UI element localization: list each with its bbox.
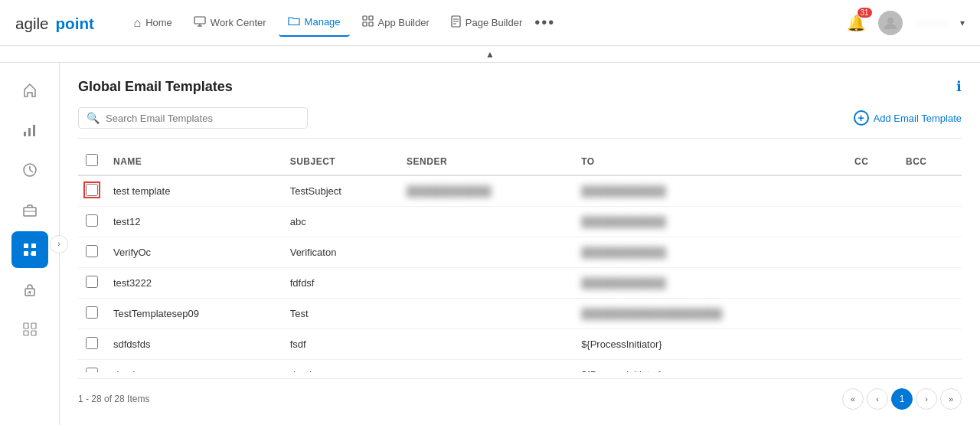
toolbar: 🔍 + Add Email Template	[78, 107, 962, 139]
cell-name: sdfdsfds	[106, 329, 283, 360]
cell-to: ${ProcessInitiator}	[573, 329, 847, 360]
nav-home-label: Home	[145, 17, 172, 28]
cell-to: ████████████	[573, 175, 847, 207]
cell-bcc	[898, 268, 962, 299]
cell-subject: dasdas	[283, 360, 399, 373]
cell-bcc	[898, 237, 962, 268]
sidebar-item-home[interactable]	[11, 72, 48, 109]
svg-point-13	[887, 18, 893, 24]
sidebar-item-briefcase[interactable]	[11, 191, 48, 228]
table-header-row: NAME SUBJECT SENDER TO CC BCC	[78, 148, 962, 175]
monitor-icon	[194, 16, 206, 30]
cell-bcc	[898, 175, 962, 207]
nav-app-builder[interactable]: App Builder	[353, 9, 439, 36]
table-row: test templateTestSubject████████████████…	[78, 175, 962, 207]
row-checkbox[interactable]	[86, 245, 98, 257]
select-all-header	[78, 148, 106, 175]
user-name[interactable]: ············	[915, 17, 948, 28]
content-area: Global Email Templates ℹ 🔍 + Add Email T…	[60, 63, 980, 425]
pagination-bar: 1 - 28 of 28 Items « ‹ 1 › »	[78, 378, 962, 410]
next-page-button[interactable]: ›	[916, 388, 937, 410]
row-checkbox[interactable]	[86, 368, 98, 372]
svg-rect-22	[24, 244, 28, 248]
svg-rect-32	[24, 331, 28, 335]
add-icon: +	[854, 110, 869, 126]
cell-to: ${ProcessInitiator}	[573, 360, 847, 373]
svg-rect-14	[24, 132, 26, 136]
cell-cc	[847, 237, 898, 268]
row-checkbox[interactable]	[86, 306, 98, 319]
notifications-bell[interactable]: 🔔 31	[847, 14, 866, 32]
row-checkbox[interactable]	[86, 184, 98, 196]
cell-cc	[847, 268, 898, 299]
first-page-button[interactable]: «	[842, 388, 864, 410]
cell-sender	[399, 237, 573, 268]
nav-work-center-label: Work Center	[211, 17, 266, 28]
page-title: Global Email Templates	[78, 79, 233, 95]
row-checkbox[interactable]	[86, 214, 98, 227]
col-bcc: BCC	[898, 148, 962, 175]
svg-rect-5	[363, 16, 367, 20]
cell-cc	[847, 299, 898, 329]
sidebar-item-clock[interactable]	[11, 152, 48, 188]
sidebar-item-grid[interactable]	[11, 311, 48, 348]
svg-rect-31	[31, 323, 36, 329]
more-options[interactable]: •••	[534, 14, 555, 31]
next-page-icon: ›	[925, 394, 928, 404]
notification-badge: 31	[858, 8, 872, 18]
select-all-checkbox[interactable]	[86, 154, 98, 166]
cell-to: ████████████	[573, 207, 847, 237]
cell-name: VerifyOc	[106, 237, 283, 268]
row-checkbox[interactable]	[86, 337, 98, 349]
cell-sender	[399, 268, 573, 299]
nav-manage-label: Manage	[305, 16, 341, 28]
info-icon[interactable]: ℹ	[956, 78, 962, 95]
chevron-down-icon[interactable]: ▾	[960, 18, 965, 28]
svg-rect-16	[33, 125, 35, 136]
svg-text:0: 0	[28, 291, 31, 296]
nav-manage[interactable]: Manage	[279, 9, 350, 37]
collapse-bar[interactable]: ▲	[0, 46, 980, 63]
add-email-template-button[interactable]: + Add Email Template	[854, 110, 962, 126]
search-input[interactable]	[106, 113, 299, 124]
svg-rect-23	[31, 244, 36, 248]
table-row: test3222fdfdsf████████████	[78, 268, 962, 299]
sidebar-item-lock[interactable]: 0	[11, 271, 48, 308]
svg-rect-7	[363, 22, 367, 26]
nav-page-builder[interactable]: Page Builder	[442, 9, 531, 37]
cell-subject: Verificaton	[283, 237, 399, 268]
pagination-controls: « ‹ 1 › »	[842, 388, 962, 410]
page-1-button[interactable]: 1	[891, 388, 913, 410]
nav-work-center[interactable]: Work Center	[185, 10, 276, 36]
page-icon	[451, 15, 461, 31]
col-subject: SUBJECT	[283, 148, 399, 175]
search-box[interactable]: 🔍	[78, 107, 308, 129]
table-body: test templateTestSubject████████████████…	[78, 175, 962, 372]
table-row: sdfdsfdsfsdf${ProcessInitiator}	[78, 329, 962, 360]
last-page-button[interactable]: »	[940, 388, 962, 410]
prev-page-button[interactable]: ‹	[867, 388, 888, 410]
svg-rect-8	[369, 22, 373, 26]
cell-cc	[847, 360, 898, 373]
logo[interactable]: agile point	[15, 11, 102, 34]
prev-page-icon: ‹	[876, 394, 879, 404]
sidebar-item-manage[interactable]	[11, 231, 48, 268]
svg-rect-2	[194, 17, 205, 24]
cell-name: test3222	[106, 268, 283, 299]
col-cc: CC	[847, 148, 898, 175]
nav-home[interactable]: ⌂ Home	[125, 10, 181, 36]
top-navigation: agile point ⌂ Home Work Center	[0, 0, 980, 46]
table-row: dsadasdasdas${ProcessInitiator}	[78, 360, 962, 373]
table-row: TestTemplatesep09Test███████████████████…	[78, 299, 962, 329]
avatar[interactable]	[878, 11, 903, 35]
folder-icon	[288, 15, 300, 29]
sidebar-item-analytics[interactable]	[11, 112, 48, 149]
cell-subject: Test	[283, 299, 399, 329]
grid-icon	[362, 15, 374, 30]
sidebar-expand-button[interactable]: ›	[50, 235, 68, 253]
row-checkbox[interactable]	[86, 276, 98, 288]
nav-app-builder-label: App Builder	[378, 17, 430, 28]
svg-rect-15	[28, 128, 31, 136]
cell-bcc	[898, 360, 962, 373]
table-row: VerifyOcVerificaton████████████,	[78, 237, 962, 268]
